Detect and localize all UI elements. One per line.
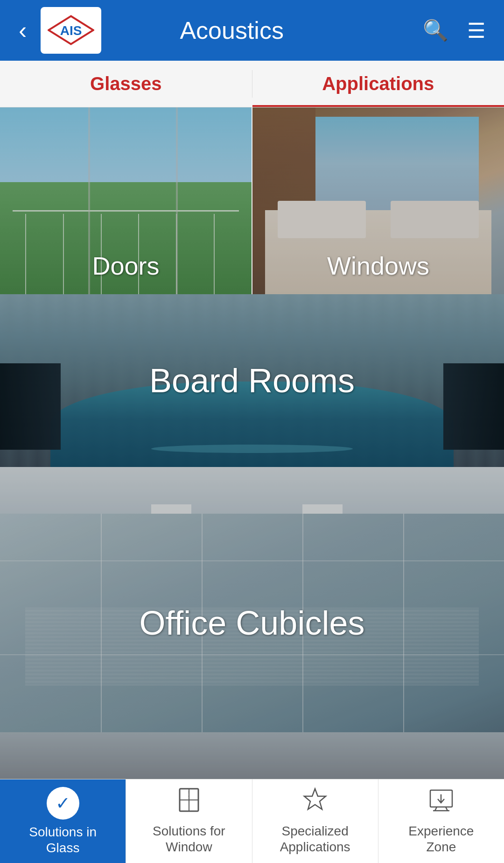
header-actions: 🔍 ☰	[423, 18, 485, 42]
doors-card[interactable]: Doors	[0, 107, 252, 294]
nav-solutions-glass[interactable]: ✓ Solutions inGlass	[0, 779, 126, 863]
experience-zone-icon	[428, 787, 454, 819]
solutions-glass-icon: ✓	[47, 787, 79, 820]
office-cubicles-label: Office Cubicles	[25, 604, 479, 642]
menu-icon[interactable]: ☰	[467, 19, 485, 42]
svg-text:!: !	[188, 790, 190, 798]
tab-applications[interactable]: Applications	[252, 61, 504, 107]
tab-glasses[interactable]: Glasses	[0, 61, 252, 107]
svg-text:AIS: AIS	[60, 23, 82, 38]
bottom-navigation: ✓ Solutions inGlass ! Solutions forWindo…	[0, 779, 504, 863]
page-title: Acoustics	[41, 16, 423, 44]
search-icon[interactable]: 🔍	[423, 18, 448, 42]
solutions-window-label: Solutions forWindow	[153, 823, 225, 855]
top-cards-row: Doors Windows	[0, 107, 504, 294]
board-rooms-card[interactable]: Board Rooms	[0, 294, 504, 467]
nav-solutions-window[interactable]: ! Solutions forWindow	[126, 779, 252, 863]
header-left: ‹ AIS	[19, 7, 101, 54]
svg-marker-6	[304, 789, 326, 809]
tab-bar: Glasses Applications	[0, 61, 504, 107]
specialized-label: SpecializedApplications	[280, 823, 350, 855]
windows-card[interactable]: Windows	[252, 107, 504, 294]
main-content: Doors Windows	[0, 107, 504, 779]
solutions-window-icon: !	[177, 787, 201, 819]
office-cubicles-card[interactable]: Office Cubicles	[0, 467, 504, 779]
specialized-icon	[302, 787, 328, 819]
back-button[interactable]: ‹	[19, 18, 27, 42]
boardrooms-label: Board Rooms	[25, 361, 479, 400]
logo: AIS	[41, 7, 101, 54]
app-header: ‹ AIS Acoustics 🔍 ☰	[0, 0, 504, 61]
nav-specialized[interactable]: SpecializedApplications	[252, 779, 378, 863]
nav-experience-zone[interactable]: ExperienceZone	[378, 779, 504, 863]
doors-label: Doors	[0, 251, 252, 280]
experience-zone-label: ExperienceZone	[408, 823, 474, 855]
windows-label: Windows	[252, 251, 504, 280]
solutions-glass-label: Solutions inGlass	[29, 824, 97, 856]
ais-logo: AIS	[48, 14, 94, 47]
